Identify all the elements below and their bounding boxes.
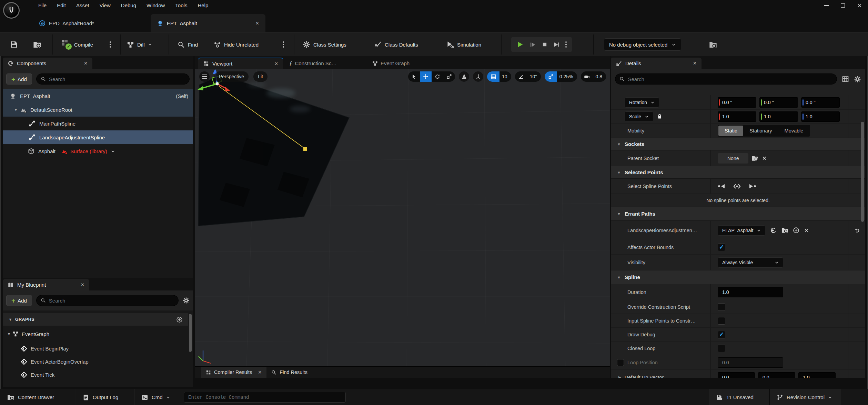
components-search[interactable] — [36, 73, 190, 85]
display-filter-icon[interactable] — [842, 76, 849, 83]
play-options-kebab[interactable] — [565, 44, 567, 45]
scale-mode-dropdown[interactable]: Scale — [625, 111, 653, 122]
event-graph-tab[interactable]: Event Graph — [369, 58, 413, 69]
camera-speed-value[interactable]: 0.8 — [593, 74, 606, 79]
menu-asset[interactable]: Asset — [71, 0, 94, 10]
blueprint-settings-gear-icon[interactable] — [183, 297, 190, 304]
hide-unrelated-button[interactable]: Hide Unrelated — [214, 32, 259, 57]
my-blueprint-search-input[interactable] — [49, 298, 174, 304]
viewport-options-menu[interactable] — [199, 71, 210, 82]
console-command-box[interactable] — [184, 392, 346, 403]
rotate-tool[interactable] — [432, 71, 443, 82]
draw-debug-checkbox[interactable]: ✓ — [718, 331, 725, 338]
clear-asset-icon[interactable] — [804, 228, 809, 233]
tree-item-main-path-spline[interactable]: MainPathSpline — [3, 117, 193, 130]
tree-item-default-scene-root[interactable]: ▼ DefaultSceneRoot — [3, 103, 193, 117]
move-tool[interactable] — [420, 71, 432, 82]
menu-file[interactable]: File — [33, 0, 52, 10]
close-tab-icon[interactable]: ✕ — [255, 21, 259, 26]
camera-speed-control[interactable]: 0.8 — [581, 71, 606, 82]
eject-icon[interactable] — [553, 41, 560, 48]
affects-actor-bounds-checkbox[interactable]: ✓ — [718, 244, 725, 251]
scale-tool[interactable] — [443, 71, 455, 82]
scale-snap-icon[interactable] — [545, 71, 557, 82]
revision-control-button[interactable]: Revision Control — [769, 389, 841, 405]
up-vector-y-field[interactable]: 0.0 — [758, 372, 795, 378]
select-next-point-icon[interactable] — [749, 184, 756, 189]
add-blueprint-item-button[interactable]: + Add — [6, 295, 32, 306]
perspective-dropdown[interactable]: Perspective — [214, 71, 249, 82]
rotation-snap-control[interactable]: 10° — [515, 71, 541, 82]
spline-section-header[interactable]: ▼ Spline — [611, 270, 865, 284]
tree-item-event-actorbeginoverlap[interactable]: Event ActorBeginOverlap — [3, 355, 193, 368]
menu-view[interactable]: View — [94, 0, 116, 10]
compile-options-kebab[interactable] — [110, 32, 111, 57]
add-component-button[interactable]: + Add — [6, 73, 32, 85]
my-blueprint-search[interactable] — [36, 295, 179, 306]
up-vector-z-field[interactable]: 1.0 — [798, 372, 836, 378]
world-local-toggle[interactable] — [459, 71, 469, 82]
menu-edit[interactable]: Edit — [52, 0, 71, 10]
clear-socket-icon[interactable] — [762, 156, 767, 161]
up-vector-x-field[interactable]: 0.0 — [718, 372, 755, 378]
minimize-button[interactable] — [822, 2, 830, 9]
debug-object-dropdown[interactable]: No debug object selected — [604, 38, 681, 51]
mobility-stationary[interactable]: Stationary — [743, 126, 778, 136]
close-icon[interactable]: ✕ — [81, 282, 84, 287]
menu-debug[interactable]: Debug — [116, 0, 141, 10]
collapse-arrow-icon[interactable]: ▼ — [13, 108, 19, 112]
grid-snap-icon[interactable] — [487, 71, 499, 82]
unsaved-assets-button[interactable]: 11 Unsaved — [709, 389, 769, 405]
lit-dropdown[interactable]: Lit — [253, 71, 268, 82]
close-icon[interactable]: ✕ — [274, 61, 278, 66]
diff-button[interactable]: Diff — [127, 32, 152, 57]
add-graph-icon[interactable] — [176, 316, 183, 323]
mobility-static[interactable]: Static — [718, 126, 743, 136]
elap-asset-dropdown[interactable]: ELAP_Asphalt — [718, 225, 765, 236]
menu-help[interactable]: Help — [192, 0, 213, 10]
add-asset-icon[interactable] — [793, 227, 799, 234]
browse-debug-object-button[interactable] — [709, 32, 717, 57]
rotation-snap-value[interactable]: 10° — [527, 74, 541, 79]
tree-item-event-graph[interactable]: ▼ EventGraph — [3, 328, 193, 340]
expand-arrow-icon[interactable]: ▶ — [618, 375, 621, 378]
scale-x-field[interactable]: 1.0 — [718, 111, 756, 122]
grid-snap-control[interactable]: 10 — [487, 71, 511, 82]
details-settings-gear-icon[interactable] — [854, 76, 861, 83]
viewport-3d-scene[interactable] — [195, 69, 610, 366]
tab-epd-asphaltroad[interactable]: EPD_AsphaltRoad* — [33, 14, 100, 32]
input-spline-points-checkbox[interactable]: ✓ — [718, 317, 725, 325]
tree-item-event-beginplay[interactable]: Event BeginPlay — [3, 342, 193, 355]
menu-window[interactable]: Window — [141, 0, 170, 10]
frame-skip-icon[interactable] — [529, 41, 536, 48]
errant-paths-section-header[interactable]: ▼ Errant Paths — [611, 207, 865, 221]
rotation-y-field[interactable]: 0.0 ° — [759, 97, 798, 108]
find-button[interactable]: Find — [178, 32, 198, 57]
console-command-input[interactable] — [188, 395, 341, 400]
rotation-x-field[interactable]: 0.0 ° — [718, 97, 756, 108]
close-icon[interactable]: ✕ — [258, 370, 262, 375]
cmd-dropdown[interactable]: Cmd — [141, 389, 170, 405]
scale-snap-control[interactable]: 0.25% — [545, 71, 577, 82]
tree-item-event-tick[interactable]: Event Tick — [3, 368, 193, 381]
closed-loop-checkbox[interactable]: ✓ — [718, 345, 725, 352]
class-settings-button[interactable]: Class Settings — [303, 32, 346, 57]
reset-to-default-icon[interactable] — [854, 227, 860, 234]
menu-tools[interactable]: Tools — [170, 0, 192, 10]
surface-library-badge[interactable]: Surface (library) — [70, 148, 107, 154]
lock-icon[interactable] — [657, 113, 663, 119]
rotation-z-field[interactable]: 0.0 ° — [801, 97, 840, 108]
components-search-input[interactable] — [49, 76, 185, 82]
compiler-results-tab[interactable]: Compiler Results ✕ — [201, 367, 266, 378]
class-defaults-button[interactable]: Class Defaults — [374, 32, 418, 57]
override-construction-checkbox[interactable]: ✓ — [718, 303, 725, 311]
use-selected-asset-icon[interactable] — [770, 227, 777, 234]
details-scrollbar[interactable] — [861, 122, 864, 222]
loop-position-enable-checkbox[interactable]: ✓ — [617, 359, 624, 366]
surface-snapping-button[interactable] — [473, 71, 483, 82]
play-icon[interactable] — [516, 41, 524, 48]
browse-asset-icon[interactable] — [781, 227, 788, 234]
my-blueprint-scrollbar[interactable] — [189, 314, 192, 352]
content-drawer-button[interactable]: Content Drawer — [7, 389, 54, 405]
sockets-section-header[interactable]: ▼ Sockets — [611, 138, 865, 150]
